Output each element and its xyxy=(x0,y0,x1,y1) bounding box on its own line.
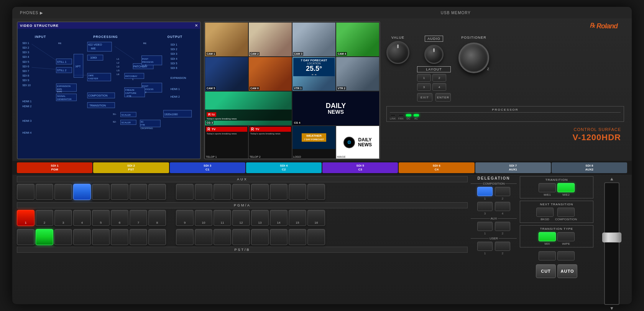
composition-btn-2[interactable] xyxy=(495,187,510,196)
aux-btn-5[interactable] xyxy=(92,184,110,200)
pgm-btn-3[interactable]: 3 xyxy=(54,210,72,226)
audio-knob[interactable] xyxy=(424,45,444,64)
sdi-btn-4-c2[interactable]: SDI 4 C2 xyxy=(246,162,322,173)
control-surface-area: CONTROL SURFACE V-1200HDR xyxy=(383,126,627,142)
pst-btn-8[interactable] xyxy=(148,229,166,245)
sdi-btn-6-c4[interactable]: SDI 6 C4 xyxy=(399,162,474,173)
sdi-btn-5-c3[interactable]: SDI 5 C3 xyxy=(322,162,398,173)
layout-btn-4[interactable]: 4 xyxy=(432,83,446,91)
pgm-btn-11[interactable]: 11 xyxy=(214,210,231,226)
pgm-btn-13[interactable]: 13 xyxy=(251,210,269,226)
pst-btn-15[interactable] xyxy=(289,229,306,245)
composition-btn-4[interactable] xyxy=(495,202,510,211)
button-matrix: AUX xyxy=(17,176,468,311)
pgm-btn-7[interactable]: 7 xyxy=(130,210,147,226)
exit-button[interactable]: EXIT xyxy=(417,93,432,101)
pst-btn-10[interactable] xyxy=(195,229,212,245)
indicator-label-link: LINK xyxy=(390,117,396,120)
fader-handle[interactable] xyxy=(602,232,621,242)
extra-btn-1[interactable] xyxy=(539,251,556,260)
svg-text:S2-: S2- xyxy=(113,120,116,123)
aux-btn-11[interactable] xyxy=(214,184,231,200)
pgm-btn-2[interactable]: 2 xyxy=(36,210,53,226)
value-knob[interactable] xyxy=(386,41,409,64)
top-panel: PHONES ▶ USB MEMORY xyxy=(12,7,632,18)
aux-btn-3[interactable] xyxy=(54,184,72,200)
pgm-btn-10[interactable]: 10 xyxy=(195,210,212,226)
aux-deleg-btn-1[interactable] xyxy=(477,222,493,231)
pgm-btn-6-label: 6 xyxy=(111,221,128,224)
wipe-button[interactable] xyxy=(557,232,575,241)
svg-text:1M/E: 1M/E xyxy=(88,74,94,77)
pgm-btn-12[interactable]: 12 xyxy=(232,210,250,226)
me1-label: M/E1 xyxy=(544,193,551,196)
composition-btn-3[interactable] xyxy=(477,202,493,211)
pst-btn-9[interactable] xyxy=(176,229,194,245)
aux-btn-13[interactable] xyxy=(251,184,269,200)
aux-deleg-btn-2[interactable] xyxy=(495,222,510,231)
aux-btn-9[interactable] xyxy=(176,184,194,200)
mv-cell-cam3: CAM 3 xyxy=(292,22,336,57)
pgm-btn-15[interactable]: 15 xyxy=(289,210,306,226)
user-deleg-btn-2[interactable] xyxy=(495,242,510,251)
pst-btn-11[interactable] xyxy=(214,229,231,245)
bkgd-button[interactable] xyxy=(536,208,554,217)
pst-btn-14[interactable] xyxy=(270,229,288,245)
aux-btn-10[interactable] xyxy=(195,184,212,200)
pgm-btn-13-label: 13 xyxy=(251,221,268,224)
aux-btn-8[interactable] xyxy=(148,184,166,200)
aux-btn-7[interactable] xyxy=(130,184,147,200)
aux-btn-12[interactable] xyxy=(232,184,250,200)
aux-btn-4[interactable] xyxy=(73,184,91,200)
pst-btn-12[interactable] xyxy=(232,229,250,245)
sdi-btn-7-aux1[interactable]: SDI 7 AUX1 xyxy=(475,162,551,173)
pgm-btn-9[interactable]: 9 xyxy=(176,210,194,226)
positioner-joystick[interactable] xyxy=(458,43,489,73)
pgm-btn-5[interactable]: 5 xyxy=(92,210,110,226)
pst-btn-6[interactable] xyxy=(111,229,128,245)
auto-button[interactable]: AUTO xyxy=(557,264,577,278)
positioner-label: POSITIONER xyxy=(461,36,486,39)
pst-btn-3[interactable] xyxy=(54,229,72,245)
cut-button[interactable]: CUT xyxy=(536,264,556,278)
pgm-btn-1[interactable]: 1 xyxy=(17,210,34,226)
me2-button[interactable] xyxy=(557,183,575,192)
pst-btn-4[interactable] xyxy=(73,229,91,245)
pgm-btn-8[interactable]: 8 xyxy=(148,210,166,226)
aux-btn-14[interactable] xyxy=(270,184,288,200)
enter-button[interactable]: ENTER xyxy=(435,93,451,101)
pgm-btn-4[interactable]: 4 xyxy=(73,210,91,226)
me1-button[interactable] xyxy=(539,183,556,192)
pst-btn-7[interactable] xyxy=(130,229,147,245)
pgm-btn-16[interactable]: 16 xyxy=(307,210,325,226)
processor-label: PROCESSOR xyxy=(390,108,621,113)
sdi-btn-8-aux2[interactable]: SDI 8 AUX2 xyxy=(552,162,627,173)
pst-btn-1[interactable] xyxy=(17,229,34,245)
roland-logo-area: Roland ℞ xyxy=(383,21,627,33)
pgm-btn-6[interactable]: 6 xyxy=(111,210,128,226)
aux-deleg-num-2: 2 xyxy=(502,232,503,235)
extra-btn-2[interactable] xyxy=(557,251,575,260)
layout-btn-2[interactable]: 2 xyxy=(432,74,446,82)
layout-btn-3[interactable]: 3 xyxy=(417,83,431,91)
aux-btn-2[interactable] xyxy=(36,184,53,200)
aux-section-label: AUX xyxy=(471,217,517,220)
monitor-close-icon[interactable]: ✕ xyxy=(195,23,198,28)
pst-btn-16[interactable] xyxy=(307,229,325,245)
sdi-btn-3-c1[interactable]: SDI 3 C1 xyxy=(170,162,245,173)
aux-btn-16[interactable] xyxy=(307,184,325,200)
sdi-btn-1-pgm[interactable]: SDI 1 PGM xyxy=(17,162,92,173)
pst-btn-2[interactable] xyxy=(36,229,53,245)
aux-btn-15[interactable] xyxy=(289,184,306,200)
layout-btn-1[interactable]: 1 xyxy=(417,74,431,82)
pst-btn-5[interactable] xyxy=(92,229,110,245)
aux-btn-6[interactable] xyxy=(111,184,128,200)
pst-btn-13[interactable] xyxy=(251,229,269,245)
sdi-btn-2-pst[interactable]: SDI 2 PST xyxy=(93,162,169,173)
user-deleg-btn-1[interactable] xyxy=(477,242,493,251)
aux-btn-1[interactable] xyxy=(17,184,34,200)
composition-btn-1[interactable] xyxy=(477,187,493,196)
next-composition-button[interactable] xyxy=(557,208,575,217)
mix-button[interactable] xyxy=(539,232,556,241)
pgm-btn-14[interactable]: 14 xyxy=(270,210,288,226)
